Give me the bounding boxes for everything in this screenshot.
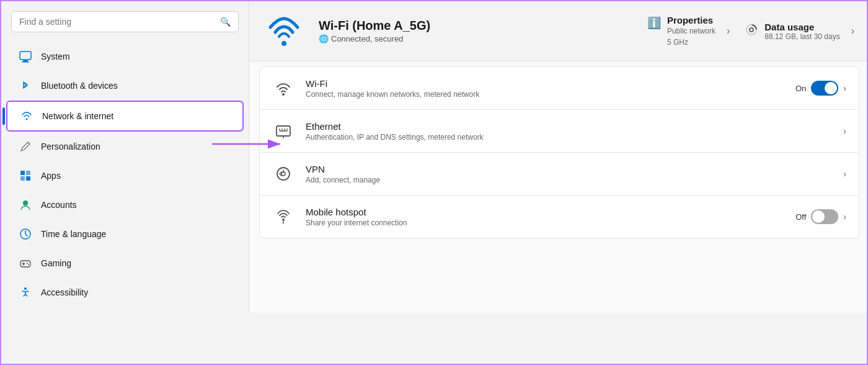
main-content: Wi-Fi (Home A_5G) 🌐 Connected, secured ℹ… — [249, 1, 868, 312]
data-usage-chevron: › — [851, 25, 854, 37]
ethernet-item-icon — [272, 120, 294, 142]
ethernet-item-right: › — [843, 126, 846, 136]
settings-list: Wi-Fi Connect, manage known networks, me… — [249, 61, 868, 243]
ethernet-item-text: Ethernet Authentication, IP and DNS sett… — [306, 121, 832, 142]
nav-item-accounts[interactable]: Accounts — [6, 191, 244, 219]
search-input[interactable] — [19, 17, 215, 27]
connection-info: Wi-Fi (Home A_5G) 🌐 Connected, secured — [319, 19, 632, 43]
accessibility-icon — [19, 286, 32, 299]
properties-block[interactable]: ℹ️ Properties Public network 5 GHz › — [647, 15, 730, 48]
system-icon — [19, 50, 32, 63]
svg-rect-1 — [20, 52, 31, 60]
svg-point-14 — [24, 287, 27, 290]
ethernet-chevron: › — [843, 126, 846, 136]
wifi-toggle-thumb — [825, 82, 837, 94]
svg-point-13 — [28, 264, 29, 265]
nav-label-system: System — [41, 52, 70, 61]
properties-title: Properties — [667, 15, 715, 25]
wifi-toggle[interactable] — [811, 81, 838, 96]
properties-sub1: Public network — [667, 25, 715, 37]
nav-item-network[interactable]: Network & internet — [6, 101, 244, 132]
svg-point-9 — [23, 201, 28, 205]
svg-point-16 — [750, 28, 753, 32]
time-icon — [19, 227, 32, 241]
settings-item-hotspot[interactable]: Mobile hotspot Share your internet conne… — [259, 196, 859, 238]
svg-rect-5 — [20, 171, 25, 175]
bluetooth-icon — [19, 79, 32, 92]
vpn-chevron: › — [843, 169, 846, 179]
nav-label-personalization: Personalization — [41, 142, 100, 151]
settings-item-wifi[interactable]: Wi-Fi Connect, manage known networks, me… — [259, 66, 859, 110]
settings-item-ethernet[interactable]: Ethernet Authentication, IP and DNS sett… — [259, 110, 859, 153]
svg-rect-8 — [26, 176, 30, 181]
ethernet-item-sub: Authentication, IP and DNS settings, met… — [306, 133, 832, 142]
vpn-item-right: › — [843, 169, 846, 179]
hotspot-item-text: Mobile hotspot Share your internet conne… — [306, 207, 784, 227]
svg-rect-3 — [22, 61, 29, 63]
connection-name: Wi-Fi (Home A_5G) — [319, 19, 632, 33]
svg-point-21 — [282, 219, 285, 221]
connection-status: 🌐 Connected, secured — [319, 34, 632, 43]
nav-label-accessibility: Accessibility — [41, 287, 88, 297]
globe-icon: 🌐 — [319, 34, 329, 43]
accounts-icon — [19, 198, 32, 212]
data-usage-block[interactable]: Data usage 88.12 GB, last 30 days › — [745, 22, 854, 41]
svg-rect-7 — [20, 176, 25, 181]
properties-text: Properties Public network 5 GHz — [667, 15, 715, 48]
properties-sub2: 5 GHz — [667, 37, 715, 48]
hotspot-item-right: Off › — [795, 209, 846, 224]
hotspot-item-icon — [272, 205, 294, 228]
hotspot-item-title: Mobile hotspot — [306, 207, 784, 217]
wifi-item-icon — [272, 77, 294, 99]
wifi-toggle-label: On — [795, 84, 806, 93]
hotspot-chevron: › — [843, 212, 846, 222]
settings-item-vpn[interactable]: VPN Add, connect, manage › — [259, 153, 859, 196]
gaming-icon — [19, 256, 32, 270]
hotspot-toggle-label: Off — [795, 212, 806, 222]
nav-item-time[interactable]: Time & language — [6, 220, 244, 248]
svg-point-19 — [277, 168, 290, 180]
data-usage-text: Data usage 88.12 GB, last 30 days — [764, 22, 839, 41]
wifi-large-icon — [264, 11, 304, 51]
nav-label-gaming: Gaming — [41, 258, 71, 268]
data-usage-icon — [745, 23, 758, 40]
vpn-item-text: VPN Add, connect, manage — [306, 164, 832, 184]
svg-point-15 — [281, 41, 286, 46]
svg-point-4 — [26, 119, 28, 120]
nav-item-apps[interactable]: Apps — [6, 161, 244, 190]
wifi-item-text: Wi-Fi Connect, manage known networks, me… — [306, 78, 784, 99]
nav-item-personalization[interactable]: Personalization — [6, 132, 244, 161]
nav-label-accounts: Accounts — [41, 200, 77, 210]
apps-icon — [19, 169, 32, 182]
svg-point-17 — [282, 93, 285, 96]
network-icon — [20, 109, 33, 123]
nav-item-accessibility[interactable]: Accessibility — [6, 278, 244, 307]
wifi-item-title: Wi-Fi — [306, 78, 784, 89]
sidebar: 🔍 System Bluet — [1, 1, 249, 312]
wifi-item-right: On › — [795, 81, 846, 96]
vpn-item-title: VPN — [306, 164, 832, 174]
top-bar: Wi-Fi (Home A_5G) 🌐 Connected, secured ℹ… — [249, 1, 868, 61]
data-usage-sub: 88.12 GB, last 30 days — [764, 32, 839, 41]
svg-point-12 — [27, 263, 28, 264]
data-usage-title: Data usage — [764, 22, 839, 32]
nav-item-system[interactable]: System — [6, 42, 244, 71]
svg-rect-2 — [23, 60, 28, 61]
hotspot-item-sub: Share your internet connection — [306, 219, 784, 227]
search-bar[interactable]: 🔍 — [11, 11, 239, 32]
nav-label-network: Network & internet — [42, 111, 113, 121]
hotspot-toggle-thumb — [812, 210, 825, 223]
info-icon: ℹ️ — [647, 16, 661, 30]
nav-label-bluetooth: Bluetooth & devices — [41, 81, 118, 91]
nav-item-gaming[interactable]: Gaming — [6, 249, 244, 277]
ethernet-item-title: Ethernet — [306, 121, 832, 132]
nav-item-bluetooth[interactable]: Bluetooth & devices — [6, 71, 244, 100]
hotspot-toggle[interactable] — [811, 209, 838, 224]
svg-rect-6 — [26, 171, 30, 175]
vpn-item-sub: Add, connect, manage — [306, 176, 832, 184]
nav-label-apps: Apps — [41, 171, 61, 181]
vpn-item-icon — [272, 163, 294, 185]
wifi-item-sub: Connect, manage known networks, metered … — [306, 90, 784, 99]
search-icon: 🔍 — [220, 17, 231, 27]
personalization-icon — [19, 140, 32, 153]
